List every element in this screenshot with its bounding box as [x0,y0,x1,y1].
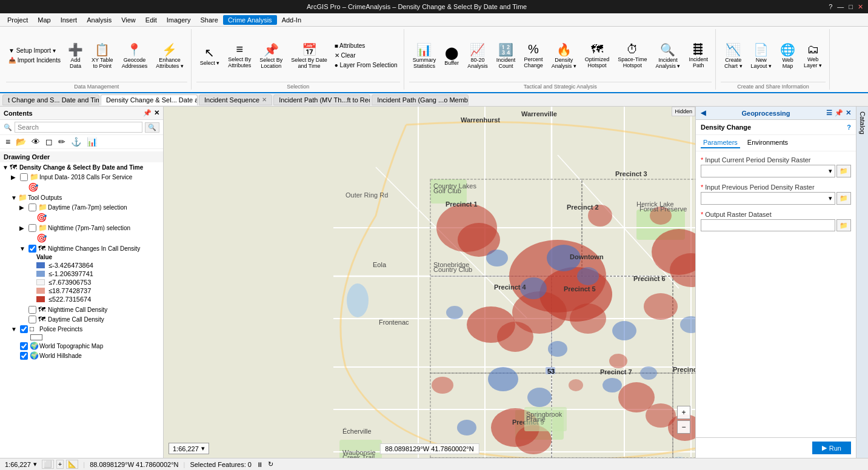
density-analysis-btn[interactable]: 🔥 DensityAnalysis ▾ [548,41,580,71]
minimize-btn[interactable]: — [837,3,844,11]
geo-select-previous[interactable]: ▾ [701,192,835,205]
status-refresh-icon[interactable]: ↻ [268,460,273,468]
check-nightcall[interactable] [28,306,36,314]
map-zoom-icon[interactable]: + [56,460,64,469]
layer-from-sel-btn[interactable]: ● Layer From Selection [332,61,400,70]
map-extent-icon[interactable]: ⬜ [42,460,54,469]
doc-tab-4[interactable]: Incident Path (MV Th...ft to Recovery) ✕ [273,94,370,105]
menu-addin[interactable]: Add-In [277,15,306,25]
layer-daytime-sel[interactable]: ▶ 📁 Daytime (7am-7pm) selection [0,202,163,212]
contents-search-input[interactable] [15,122,142,133]
check-worldtopo[interactable] [20,342,28,350]
menu-share[interactable]: Share [196,15,223,25]
check-nightchanges[interactable] [28,245,36,253]
geo-select-current[interactable]: ▾ [701,165,835,177]
summary-stats-btn[interactable]: 📊 SummaryStatistics [409,41,440,71]
select-by-attr-btn[interactable]: ≡ Select ByAttributes [224,41,255,70]
map-coord-icon[interactable]: 📐 [66,460,78,469]
doc-tab-2[interactable]: Density Change & Sel... Date and Time ✕ [101,94,198,105]
menu-imagery[interactable]: Imagery [162,15,196,25]
new-layout-btn[interactable]: 📄 NewLayout ▾ [747,41,776,71]
geo-run-button[interactable]: ▶ Run [812,442,851,454]
expand-night[interactable]: ▶ [19,225,27,231]
scale-dropdown[interactable]: 1:66,227 ▾ [169,443,209,454]
add-data-btn[interactable]: ➕ AddData [64,41,87,71]
toolbar-icon-5[interactable]: ✏ [56,136,67,147]
toolbar-icon-2[interactable]: 📂 [14,136,28,147]
expand-input[interactable]: ▶ [11,174,18,180]
percent-change-btn[interactable]: % PercentChange [520,41,547,70]
select-btn[interactable]: ↖ Select ▾ [196,44,224,68]
check-nighttime[interactable] [28,224,36,232]
menu-map[interactable]: Map [33,15,55,25]
status-pause-icon[interactable]: ⏸ [256,461,263,468]
geocode-btn[interactable]: 📍 GeocodeAddresses [118,41,152,71]
layer-nighttime-sel[interactable]: ▶ 📁 Nighttime (7pm-7am) selection [0,223,163,233]
create-chart-btn[interactable]: 📉 CreateChart ▾ [721,41,746,71]
check-precincts[interactable] [20,325,28,333]
check-daycall[interactable] [28,316,36,323]
xy-table-btn[interactable]: 📋 XY Tableto Point [88,41,117,71]
clear-btn[interactable]: ✕ Clear [332,51,400,60]
tab-close-3[interactable]: ✕ [262,96,267,103]
geo-browse-btn-2[interactable]: 📁 [836,192,851,205]
layer-root[interactable]: ▼ 🗺 Density Change & Select By Date and … [0,162,163,172]
geo-tab-environments[interactable]: Environments [745,137,790,148]
layer-nighttime-call[interactable]: 🗺 Nighttime Call Density [0,305,163,314]
web-map-btn[interactable]: 🌐 WebMap [776,41,799,71]
help-btn[interactable]: ? [829,3,832,11]
menu-insert[interactable]: Insert [56,15,82,25]
layer-daytime-call[interactable]: 🗺 Daytime Call Density [0,314,163,324]
expand-tool[interactable]: ▼ [11,194,18,201]
select-by-date-btn[interactable]: 📅 Select By Dateand Time [287,41,331,71]
scale-dropdown-icon[interactable]: ▾ [201,445,205,452]
zoom-out-btn[interactable]: − [677,420,690,434]
layer-world-topo[interactable]: 🌍 World Topographic Map [0,341,163,351]
layer-world-hillshade[interactable]: 🌍 World Hillshade [0,351,163,360]
80-20-btn[interactable]: 📈 80-20Analysis [464,41,492,71]
scale-dropdown-arrow[interactable]: ▾ [33,460,37,468]
web-layer-btn[interactable]: 🗂 WebLayer ▾ [800,41,826,70]
layer-input-data[interactable]: ▶ 📁 Input Data- 2018 Calls For Service [0,172,163,182]
toolbar-icon-4[interactable]: ◻ [44,136,55,147]
toolbar-icon-1[interactable]: ≡ [4,136,12,147]
geo-tab-parameters[interactable]: Parameters [701,137,740,148]
enhance-attrs-btn[interactable]: ⚡ EnhanceAttributes ▾ [152,41,187,71]
menu-edit[interactable]: Edit [141,15,162,25]
expand-precincts[interactable]: ▼ [11,326,18,333]
doc-tab-5[interactable]: Incident Path (Gang ...o Member Homes) ✕ [372,94,469,105]
geo-pin-icon[interactable]: 📌 [835,109,843,117]
menu-crime-analysis[interactable]: Crime Analysis [223,15,277,25]
geo-browse-btn-1[interactable]: 📁 [836,165,851,177]
incident-path-btn[interactable]: 🛤 IncidentPath [685,41,712,70]
attributes-btn[interactable]: ■ Attributes [332,41,400,50]
toolbar-icon-7[interactable]: 📊 [85,136,99,147]
check-hillshade[interactable] [20,352,28,360]
contents-pin-icon[interactable]: 📌 [143,109,152,117]
close-btn[interactable]: ✕ [858,3,863,11]
select-by-loc-btn[interactable]: 📌 Select ByLocation [256,41,286,71]
menu-analysis[interactable]: Analysis [82,15,116,25]
geo-help-icon[interactable]: ? [847,124,851,131]
expand-root[interactable]: ▼ [2,164,10,171]
geo-close-icon[interactable]: ✕ [846,109,851,117]
zoom-in-btn[interactable]: + [677,406,690,419]
geo-browse-btn-3[interactable]: 📁 [836,219,851,231]
map-area[interactable]: Warrenhurst Warrenville Lisle Outer Ring… [164,107,695,458]
doc-tab-3[interactable]: Incident Sequence ✕ [199,94,272,105]
doc-tab-1[interactable]: t Change and S... Date and Time ✕ [2,94,99,105]
layer-tool-outputs[interactable]: ▼ 📁 Tool Outputs [0,193,163,202]
expand-nightchanges[interactable]: ▼ [19,245,27,252]
menu-project[interactable]: Project [2,15,33,25]
expand-day[interactable]: ▶ [19,204,27,211]
catalog-side-tab[interactable]: Catalog [856,107,868,458]
space-time-btn[interactable]: ⏱ Space-TimeHotspot [614,41,650,70]
maximize-btn[interactable]: □ [849,3,853,11]
geo-back-icon[interactable]: ◀ [701,109,706,117]
contents-close-icon[interactable]: ✕ [154,109,159,117]
geo-menu-icon[interactable]: ☰ [826,109,832,117]
check-daytime[interactable] [28,204,36,211]
geo-input-output[interactable] [701,219,835,231]
menu-view[interactable]: View [116,15,141,25]
incident-analysis-btn[interactable]: 🔍 IncidentAnalysis ▾ [652,41,684,71]
